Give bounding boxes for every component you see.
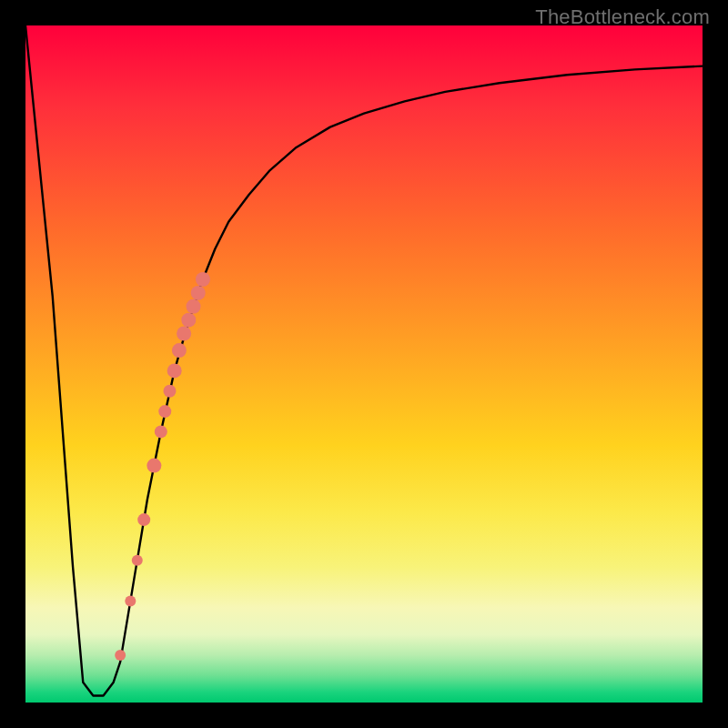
highlight-dot [167, 363, 182, 378]
bottleneck-curve [25, 25, 703, 696]
highlight-dot [132, 555, 143, 566]
highlight-dot [181, 313, 196, 328]
highlight-dot [137, 513, 150, 526]
highlight-dot [163, 385, 176, 398]
highlight-dot [147, 459, 161, 473]
highlight-dot [187, 299, 201, 314]
highlight-dot [155, 425, 167, 438]
highlight-dot [172, 343, 187, 358]
highlight-dot [125, 595, 136, 606]
highlight-dot [158, 405, 171, 418]
chart-stage: TheBottleneck.com [0, 0, 728, 728]
highlight-dot [115, 650, 126, 661]
highlight-dots [115, 272, 210, 661]
plot-area [25, 25, 703, 703]
watermark-text: TheBottleneck.com [535, 5, 710, 29]
bottleneck-curve-path [25, 25, 703, 696]
highlight-dot [196, 272, 210, 287]
chart-overlay-svg [25, 25, 703, 703]
highlight-dot [177, 327, 191, 341]
highlight-dot [191, 286, 206, 300]
